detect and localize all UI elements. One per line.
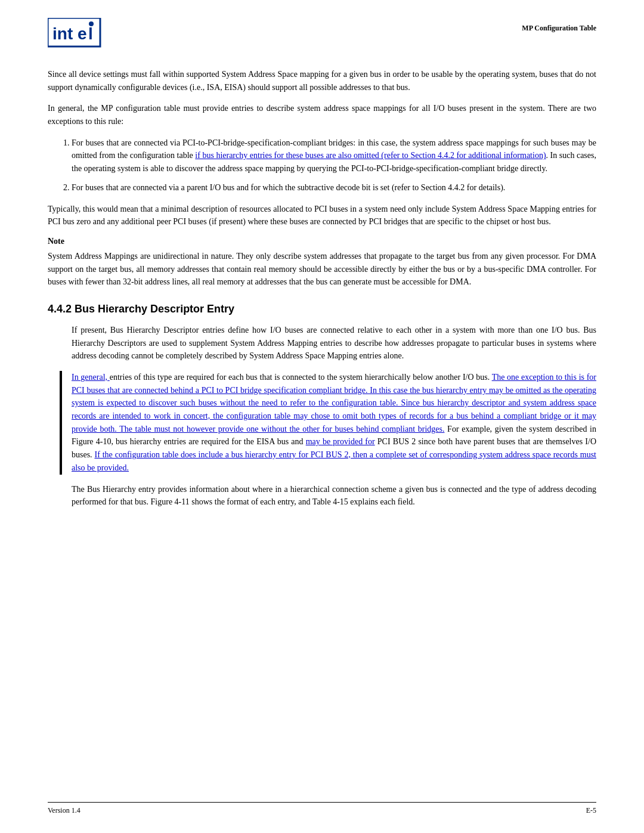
list-item-1-link[interactable]: if bus hierarchy entries for these buses…	[195, 151, 546, 160]
linked-paragraph-container: In general, entries of this type are req…	[72, 371, 596, 475]
note-section: Note System Address Mappings are unidire…	[48, 237, 596, 289]
in-general-link[interactable]: In general,	[72, 373, 110, 382]
linked-paragraph: In general, entries of this type are req…	[72, 371, 596, 475]
intel-logo: int e l	[48, 18, 101, 50]
intro-paragraph-1: Since all device settings must fall with…	[48, 68, 596, 94]
svg-point-4	[89, 21, 94, 26]
exceptions-list: For buses that are connected via PCI-to-…	[72, 137, 596, 194]
section-heading-442: 4.4.2 Bus Hierarchy Descriptor Entry	[48, 303, 596, 315]
if-configuration-link[interactable]: If the configuration table does include …	[72, 450, 596, 472]
list-item-2: For buses that are connected via a paren…	[72, 181, 596, 194]
left-bar-indicator	[60, 371, 62, 475]
note-label: Note	[48, 237, 596, 246]
list-item-1: For buses that are connected via PCI-to-…	[72, 137, 596, 175]
page: int e l MP Configuration Table Since all…	[0, 0, 644, 833]
section-442-para1: If present, Bus Hierarchy Descriptor ent…	[72, 324, 596, 363]
footer-page: E-5	[586, 806, 596, 815]
header-title: MP Configuration Table	[522, 18, 596, 33]
svg-text:l: l	[88, 24, 93, 43]
intro-paragraph-2: In general, the MP configuration table m…	[48, 102, 596, 128]
note-paragraph: System Address Mappings are unidirection…	[48, 250, 596, 289]
typically-paragraph: Typically, this would mean that a minima…	[48, 203, 596, 228]
page-header: int e l MP Configuration Table	[0, 0, 644, 56]
svg-text:int: int	[52, 24, 73, 43]
may-be-provided-link[interactable]: may be provided for	[306, 437, 375, 446]
svg-text:e: e	[78, 24, 87, 43]
page-footer: Version 1.4 E-5	[48, 802, 596, 815]
section-442-para3: The Bus Hierarchy entry provides informa…	[72, 483, 596, 509]
main-content: Since all device settings must fall with…	[0, 56, 644, 529]
footer-version: Version 1.4	[48, 806, 80, 815]
